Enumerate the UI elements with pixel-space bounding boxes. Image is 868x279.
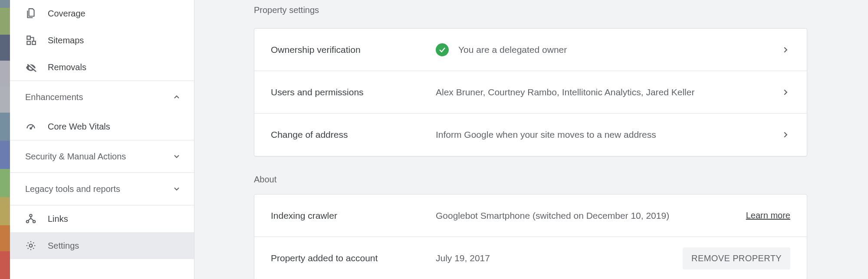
color-strip [0,0,10,279]
chevron-down-icon [172,152,181,161]
row-value: Inform Google when your site moves to a … [436,130,781,140]
row-ownership-verification[interactable]: Ownership verification You are a delegat… [254,29,807,71]
sidebar-section-label: Legacy tools and reports [25,184,120,194]
chevron-right-icon [781,45,790,55]
sidebar-item-sitemaps[interactable]: Sitemaps [10,27,194,54]
sidebar-item-label: Settings [48,241,79,251]
links-icon [25,213,48,224]
sidebar-item-links[interactable]: Links [10,205,194,232]
row-value-text: Inform Google when your site moves to a … [436,130,656,140]
sidebar-item-core-web-vitals[interactable]: Core Web Vitals [10,113,194,140]
chevron-right-icon [781,130,790,140]
visibility-off-icon [25,62,48,73]
speedometer-icon [25,121,48,132]
section-title-about: About [254,175,807,185]
chevron-right-icon [781,88,790,97]
gear-icon [25,240,48,251]
row-value: Alex Bruner, Courtney Rambo, Intellitoni… [436,87,781,97]
row-value-text: Alex Bruner, Courtney Rambo, Intellitoni… [436,87,694,97]
sidebar-section-security[interactable]: Security & Manual Actions [10,140,194,172]
svg-rect-0 [27,36,30,39]
about-card: Indexing crawler Googlebot Smartphone (s… [254,194,807,279]
row-value: You are a delegated owner [436,43,781,56]
row-label: Indexing crawler [271,211,436,221]
row-users-permissions[interactable]: Users and permissions Alex Bruner, Court… [254,71,807,114]
row-value-text: July 19, 2017 [436,253,490,263]
row-value: Googlebot Smartphone (switched on Decemb… [436,211,746,221]
sidebar-section-enhancements[interactable]: Enhancements [10,81,194,113]
svg-point-7 [30,214,32,217]
row-value-text: You are a delegated owner [458,45,567,55]
remove-property-button[interactable]: REMOVE PROPERTY [683,247,790,269]
svg-point-6 [30,128,31,129]
sidebar-item-label: Links [48,214,68,224]
row-property-added: Property added to account July 19, 2017 … [254,237,807,279]
pages-icon [25,8,48,19]
svg-rect-2 [32,41,36,45]
sitemap-icon [25,35,48,46]
row-indexing-crawler: Indexing crawler Googlebot Smartphone (s… [254,195,807,237]
row-value-text: Googlebot Smartphone (switched on Decemb… [436,211,669,221]
svg-rect-1 [27,41,30,45]
sidebar: Coverage Sitemaps Removals Enhancements [10,0,194,279]
svg-point-10 [30,244,33,247]
row-label: Change of address [271,130,436,140]
chevron-down-icon [172,185,181,193]
sidebar-section-legacy[interactable]: Legacy tools and reports [10,173,194,205]
sidebar-item-coverage[interactable]: Coverage [10,0,194,27]
row-change-of-address[interactable]: Change of address Inform Google when you… [254,114,807,156]
sidebar-item-label: Coverage [48,9,85,19]
section-title-property-settings: Property settings [254,5,807,15]
check-circle-icon [436,43,449,56]
sidebar-section-label: Security & Manual Actions [25,152,126,162]
sidebar-item-removals[interactable]: Removals [10,54,194,81]
sidebar-section-label: Enhancements [25,92,83,102]
chevron-up-icon [172,93,181,101]
main-content: Property settings Ownership verification… [194,0,868,279]
row-label: Property added to account [271,253,436,263]
property-settings-card: Ownership verification You are a delegat… [254,28,807,156]
learn-more-link[interactable]: Learn more [746,211,790,221]
row-label: Users and permissions [271,87,436,97]
sidebar-item-label: Sitemaps [48,36,84,45]
row-label: Ownership verification [271,45,436,55]
row-value: July 19, 2017 [436,253,683,263]
sidebar-item-label: Removals [48,62,86,72]
sidebar-item-label: Core Web Vitals [48,122,110,132]
sidebar-item-settings[interactable]: Settings [10,232,194,259]
